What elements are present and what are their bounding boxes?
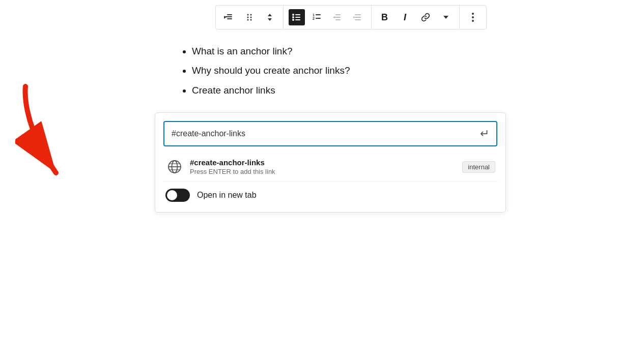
svg-point-34 — [472, 20, 474, 22]
bold-icon: B — [381, 12, 388, 23]
svg-rect-29 — [355, 19, 361, 20]
svg-marker-4 — [224, 16, 226, 19]
editor-toolbar: 1 2 — [215, 5, 487, 29]
toggle-knob — [167, 190, 177, 200]
svg-point-5 — [247, 14, 248, 16]
svg-marker-26 — [333, 16, 335, 18]
list-item: Why should you create anchor links? — [192, 63, 524, 78]
new-tab-label: Open in new tab — [197, 191, 257, 200]
text-format-more-button[interactable] — [438, 9, 454, 25]
numbered-list-button[interactable]: 1 2 — [309, 9, 325, 25]
list-item: Create anchor links — [192, 83, 524, 98]
svg-point-17 — [292, 19, 294, 21]
svg-point-9 — [247, 19, 248, 21]
main-container: 1 2 — [0, 0, 620, 213]
more-options-button[interactable] — [465, 9, 481, 25]
svg-rect-27 — [355, 14, 361, 15]
svg-rect-3 — [227, 18, 232, 19]
svg-point-13 — [292, 14, 294, 16]
italic-button[interactable]: I — [397, 9, 413, 25]
link-popup: ↵ #create-anchor-links Press ENTER to ad… — [155, 112, 506, 213]
link-url-input[interactable] — [172, 129, 480, 138]
bold-button[interactable]: B — [377, 9, 393, 25]
svg-point-8 — [250, 17, 251, 18]
svg-rect-1 — [227, 14, 232, 15]
suggestion-title: #create-anchor-links — [190, 158, 462, 167]
more-options-icon — [471, 12, 474, 22]
svg-point-7 — [247, 17, 248, 18]
svg-text:2: 2 — [313, 17, 315, 20]
svg-rect-22 — [316, 18, 321, 19]
svg-point-10 — [250, 19, 251, 21]
italic-icon: I — [404, 12, 406, 23]
toolbar-group-4 — [460, 6, 486, 29]
svg-rect-25 — [335, 19, 341, 20]
drag-button[interactable] — [241, 9, 258, 25]
svg-marker-30 — [353, 16, 355, 18]
svg-text:1: 1 — [313, 13, 315, 17]
svg-rect-18 — [295, 19, 300, 20]
internal-badge: internal — [462, 161, 495, 173]
bullet-list: What is an anchor link? Why should you c… — [178, 44, 524, 98]
svg-marker-12 — [268, 18, 272, 21]
list-item: What is an anchor link? — [192, 44, 524, 59]
svg-rect-16 — [295, 17, 300, 18]
indent-left-button[interactable] — [221, 9, 237, 25]
link-button[interactable] — [417, 9, 434, 25]
svg-rect-28 — [355, 17, 361, 18]
svg-point-33 — [472, 16, 474, 18]
bullet-list-button[interactable] — [289, 9, 305, 25]
chevron-down-icon — [442, 14, 449, 21]
toolbar-group-3: B I — [372, 6, 460, 29]
new-tab-row: Open in new tab — [163, 181, 497, 204]
svg-rect-14 — [295, 14, 300, 15]
suggestion-text: #create-anchor-links Press ENTER to add … — [190, 158, 462, 175]
link-input-wrapper: ↵ — [163, 121, 497, 146]
svg-point-32 — [472, 13, 474, 15]
editor-content: What is an anchor link? Why should you c… — [178, 44, 524, 102]
svg-point-6 — [250, 14, 251, 16]
link-suggestion-item[interactable]: #create-anchor-links Press ENTER to add … — [163, 153, 497, 181]
toolbar-group-2: 1 2 — [284, 6, 372, 29]
svg-marker-31 — [443, 16, 448, 19]
svg-point-15 — [292, 16, 294, 18]
open-new-tab-toggle[interactable] — [165, 189, 190, 202]
indent-less-button[interactable] — [329, 9, 346, 25]
toolbar-group-1 — [216, 6, 284, 29]
svg-marker-11 — [268, 14, 272, 16]
suggestion-hint: Press ENTER to add this link — [190, 168, 462, 175]
svg-rect-2 — [225, 16, 232, 17]
svg-rect-23 — [335, 14, 341, 15]
globe-icon — [165, 158, 184, 176]
link-icon — [420, 12, 431, 22]
move-updown-button[interactable] — [262, 9, 278, 25]
indent-more-button[interactable] — [350, 9, 366, 25]
svg-rect-20 — [316, 14, 321, 15]
submit-link-icon[interactable]: ↵ — [480, 127, 489, 140]
